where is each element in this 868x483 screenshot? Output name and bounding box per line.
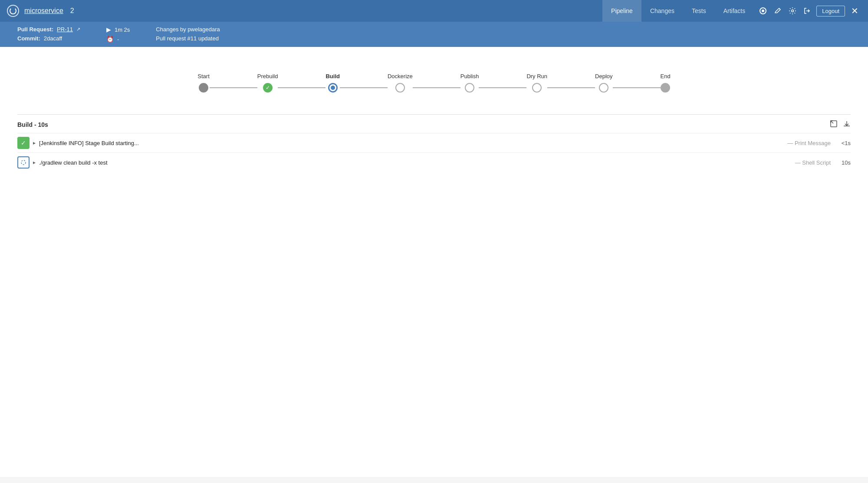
stage-start-label: Start bbox=[197, 73, 209, 79]
connector-5 bbox=[479, 87, 526, 88]
log-type-2: — Shell Script bbox=[795, 159, 831, 166]
schedule-icon: ⏰ bbox=[106, 36, 114, 43]
stage-build-label: Build bbox=[326, 73, 340, 79]
stage-dockerize-node bbox=[395, 83, 405, 93]
stage-build[interactable]: Build bbox=[326, 73, 340, 93]
commit-label: Commit: bbox=[17, 35, 40, 42]
changes-by-row: Changes by pwelagedara bbox=[156, 26, 220, 33]
log-row-1: ✓ ▸ [Jenkinsfile INFO] Stage Build start… bbox=[17, 133, 851, 152]
commit-value: 2dacaff bbox=[44, 35, 62, 42]
build-title: Build - 10s bbox=[17, 121, 48, 128]
expand-external-icon[interactable] bbox=[830, 120, 838, 129]
stage-end-node bbox=[661, 83, 670, 93]
tab-tests[interactable]: Tests bbox=[683, 0, 715, 22]
sub-header: Pull Request: PR-11 ↗ Commit: 2dacaff ▶ … bbox=[0, 22, 868, 47]
stage-build-node bbox=[328, 83, 338, 93]
app-header: microservice 2 Pipeline Changes Tests Ar… bbox=[0, 0, 868, 22]
stage-publish-label: Publish bbox=[460, 73, 479, 79]
loading-spinner-icon bbox=[10, 7, 16, 14]
download-icon[interactable] bbox=[843, 120, 851, 129]
connector-7 bbox=[613, 87, 661, 88]
stage-prebuild-label: Prebuild bbox=[257, 73, 278, 79]
pr-updated-row: Pull request #11 updated bbox=[156, 35, 220, 42]
log-time-1: <1s bbox=[838, 140, 851, 146]
build-actions bbox=[830, 120, 851, 129]
log-text-2: ./gradlew clean build -x test bbox=[39, 159, 792, 166]
sub-header-left: Pull Request: PR-11 ↗ Commit: 2dacaff bbox=[17, 26, 80, 42]
pull-request-label: Pull Request: bbox=[17, 26, 53, 33]
connector-6 bbox=[547, 87, 595, 88]
stage-deploy-label: Deploy bbox=[595, 73, 612, 79]
stage-publish-node bbox=[465, 83, 474, 93]
svg-point-1 bbox=[762, 10, 764, 12]
changes-by-text: Changes by pwelagedara bbox=[156, 26, 220, 33]
svg-point-4 bbox=[21, 160, 26, 165]
tab-artifacts[interactable]: Artifacts bbox=[715, 0, 754, 22]
log-status-success-icon: ✓ bbox=[17, 137, 30, 149]
tab-changes[interactable]: Changes bbox=[641, 0, 683, 22]
connector-3 bbox=[340, 87, 388, 88]
app-title-number: 2 bbox=[70, 7, 74, 15]
commit-row: Commit: 2dacaff bbox=[17, 35, 80, 42]
stage-deploy[interactable]: Deploy bbox=[595, 73, 612, 93]
log-expand-2[interactable]: ▸ bbox=[33, 159, 36, 165]
stage-publish[interactable]: Publish bbox=[460, 73, 479, 93]
connector-4 bbox=[413, 87, 460, 88]
log-status-running-icon bbox=[17, 156, 30, 169]
header-icons: Logout ✕ bbox=[757, 5, 861, 17]
stage-end-label: End bbox=[661, 73, 671, 79]
stage-start[interactable]: Start bbox=[197, 73, 209, 93]
edit-icon[interactable] bbox=[772, 5, 783, 17]
pull-request-row: Pull Request: PR-11 ↗ bbox=[17, 26, 80, 33]
stage-deploy-node bbox=[599, 83, 608, 93]
schedule-value: - bbox=[117, 36, 119, 43]
pull-request-value[interactable]: PR-11 bbox=[57, 26, 73, 33]
duration-row: ▶ 1m 2s bbox=[106, 26, 130, 33]
pipeline-stages: Start Prebuild ✓ Build Dockerize bbox=[197, 73, 670, 93]
signout-icon[interactable] bbox=[802, 5, 813, 17]
app-title-link[interactable]: microservice bbox=[24, 7, 63, 15]
stage-start-node bbox=[199, 83, 208, 93]
record-icon[interactable] bbox=[757, 5, 769, 17]
stage-prebuild-node: ✓ bbox=[263, 83, 273, 93]
svg-point-2 bbox=[792, 10, 794, 12]
stage-end[interactable]: End bbox=[661, 73, 671, 93]
log-time-2: 10s bbox=[838, 159, 851, 166]
build-section: Build - 10s ✓ bbox=[17, 114, 851, 172]
logout-button[interactable]: Logout bbox=[816, 6, 845, 17]
sub-header-right: Changes by pwelagedara Pull request #11 … bbox=[156, 26, 220, 42]
log-type-1: — Print Message bbox=[787, 140, 831, 146]
stage-dry-run-label: Dry Run bbox=[526, 73, 547, 79]
log-row-2: ▸ ./gradlew clean build -x test — Shell … bbox=[17, 152, 851, 172]
schedule-row: ⏰ - bbox=[106, 36, 130, 43]
settings-icon[interactable] bbox=[787, 5, 798, 17]
stage-dockerize[interactable]: Dockerize bbox=[388, 73, 413, 93]
stage-dockerize-label: Dockerize bbox=[388, 73, 413, 79]
tab-pipeline[interactable]: Pipeline bbox=[602, 0, 641, 22]
connector-2 bbox=[278, 87, 326, 88]
log-expand-1[interactable]: ▸ bbox=[33, 140, 36, 146]
stage-dry-run[interactable]: Dry Run bbox=[526, 73, 547, 93]
pipeline-container: Start Prebuild ✓ Build Dockerize bbox=[17, 64, 851, 110]
build-header: Build - 10s bbox=[17, 115, 851, 133]
sub-header-mid: ▶ 1m 2s ⏰ - bbox=[106, 26, 130, 43]
main-content: Start Prebuild ✓ Build Dockerize bbox=[0, 47, 868, 477]
connector-1 bbox=[210, 87, 257, 88]
header-nav: Pipeline Changes Tests Artifacts bbox=[602, 0, 861, 22]
duration-icon: ▶ bbox=[106, 26, 111, 33]
external-link-icon[interactable]: ↗ bbox=[76, 26, 80, 32]
stage-dry-run-node bbox=[532, 83, 542, 93]
stage-prebuild[interactable]: Prebuild ✓ bbox=[257, 73, 278, 93]
app-logo bbox=[7, 5, 19, 17]
close-button[interactable]: ✕ bbox=[848, 6, 861, 16]
log-text-1: [Jenkinsfile INFO] Stage Build starting.… bbox=[39, 140, 784, 146]
pr-updated-text: Pull request #11 updated bbox=[156, 35, 219, 42]
duration-value: 1m 2s bbox=[115, 26, 130, 33]
